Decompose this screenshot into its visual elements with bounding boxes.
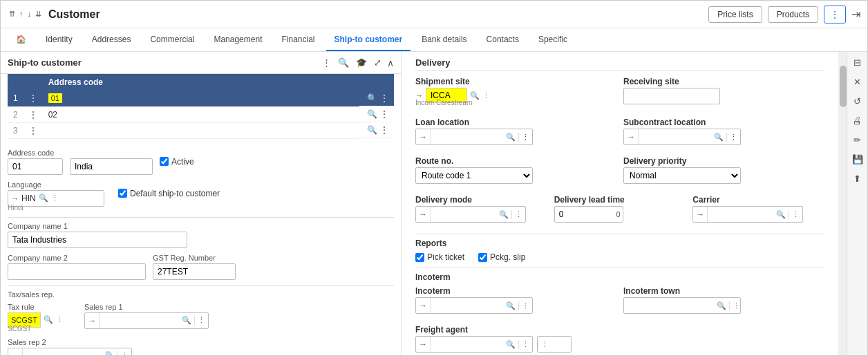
carrier-arrow[interactable]: →: [693, 207, 708, 222]
active-checkbox[interactable]: [160, 157, 169, 166]
tax-search-icon[interactable]: 🔍: [44, 315, 53, 324]
tab-financial[interactable]: Financial: [273, 29, 323, 51]
sales2-search-icon[interactable]: 🔍: [102, 351, 117, 355]
section-search-btn[interactable]: 🔍: [337, 56, 350, 69]
company2-input[interactable]: [8, 263, 146, 280]
sidebar-close-btn[interactable]: ✕: [850, 74, 865, 89]
sales1-arrow[interactable]: →: [85, 313, 100, 328]
mode-input[interactable]: [431, 209, 496, 219]
row-more-icon[interactable]: ⋮: [380, 125, 388, 135]
loan-arrow[interactable]: →: [416, 129, 431, 144]
tab-specific[interactable]: Specific: [530, 29, 576, 51]
scrollbar-area[interactable]: [838, 52, 847, 355]
mode-search-icon[interactable]: 🔍: [496, 210, 511, 219]
row-more-icon[interactable]: ⋮: [380, 93, 388, 103]
route-select[interactable]: Route code 1: [415, 167, 533, 184]
price-lists-button[interactable]: Price lists: [708, 6, 762, 23]
tab-commercial[interactable]: Commercial: [142, 29, 202, 51]
gst-input[interactable]: [153, 263, 236, 280]
tab-bank-details[interactable]: Bank details: [413, 29, 475, 51]
carrier-input[interactable]: [708, 209, 773, 219]
row-search-icon[interactable]: 🔍: [367, 109, 377, 119]
sidebar-upload-btn[interactable]: ⬆: [850, 171, 865, 186]
freight-agent-field[interactable]: → 🔍 ⋮: [415, 336, 533, 353]
sidebar-save-btn[interactable]: 💾: [850, 151, 865, 167]
section-collapse-btn[interactable]: ∧: [387, 57, 394, 68]
incoterm-town-search-icon[interactable]: 🔍: [714, 301, 729, 310]
priority-select[interactable]: Normal: [623, 167, 741, 184]
sub-arrow[interactable]: →: [624, 129, 639, 144]
carrier-field[interactable]: → 🔍 ⋮: [692, 206, 803, 223]
tab-home[interactable]: 🏠: [8, 29, 35, 51]
tab-ship-to-customer[interactable]: Ship-to customer: [326, 29, 411, 51]
sales1-input[interactable]: [100, 316, 179, 326]
incoterm-town-field[interactable]: 🔍 ⋮: [623, 297, 741, 314]
address-code-input[interactable]: [8, 158, 63, 175]
row-more-icon[interactable]: ⋮: [380, 109, 388, 119]
freight-more-icon[interactable]: ⋮: [518, 340, 532, 349]
delivery-mode-field[interactable]: → 🔍 ⋮: [415, 206, 526, 223]
sales2-more-icon[interactable]: ⋮: [117, 351, 131, 355]
sales1-more-icon[interactable]: ⋮: [194, 316, 208, 325]
lang-search-icon[interactable]: 🔍: [39, 194, 48, 203]
products-button[interactable]: Products: [768, 6, 818, 23]
table-row[interactable]: 1 ⋮ 01 🔍 ⋮: [8, 91, 394, 106]
sidebar-print-btn[interactable]: 🖨: [850, 113, 865, 128]
tax-more-icon[interactable]: ⋮: [56, 315, 64, 324]
incoterm-town-more-icon[interactable]: ⋮: [729, 301, 743, 310]
company1-input[interactable]: [8, 232, 187, 248]
pckg-slip-checkbox[interactable]: [478, 253, 487, 262]
sidebar-refresh-btn[interactable]: ↺: [850, 93, 865, 109]
freight-arrow[interactable]: →: [416, 337, 431, 352]
section-more-btn[interactable]: ⋮: [321, 56, 332, 69]
table-row[interactable]: 3 ⋮ 🔍 ⋮: [8, 122, 394, 138]
tab-identity[interactable]: Identity: [37, 29, 81, 51]
incoterm-field[interactable]: → 🔍 ⋮: [415, 297, 533, 314]
sub-search-icon[interactable]: 🔍: [711, 133, 726, 142]
sidebar-edit-btn[interactable]: ✏: [850, 132, 865, 147]
exit-button[interactable]: ⇥: [851, 8, 860, 21]
loan-search-icon[interactable]: 🔍: [503, 133, 518, 142]
sales2-arrow[interactable]: →: [8, 348, 23, 356]
tab-contacts[interactable]: Contacts: [478, 29, 527, 51]
lang-arrow-icon[interactable]: →: [11, 194, 19, 203]
nav-arrows[interactable]: ⇈ ↑ ↓ ⇊: [8, 8, 43, 20]
freight-extra-more[interactable]: ⋮: [538, 340, 551, 349]
nav-prev[interactable]: ↑: [18, 8, 25, 20]
incoterm-search-icon[interactable]: 🔍: [503, 301, 518, 310]
sidebar-record-btn[interactable]: ⊟: [850, 55, 865, 70]
incoterm-arrow[interactable]: →: [416, 298, 431, 313]
freight-search-icon[interactable]: 🔍: [503, 340, 518, 349]
row-search-icon[interactable]: 🔍: [367, 125, 377, 135]
tab-addresses[interactable]: Addresses: [84, 29, 140, 51]
default-checkbox[interactable]: [118, 189, 127, 198]
pick-ticket-checkbox[interactable]: [415, 253, 424, 262]
lead-time-input[interactable]: [554, 206, 623, 223]
incoterm-more-icon[interactable]: ⋮: [518, 301, 532, 310]
row-search-icon[interactable]: 🔍: [367, 93, 377, 103]
carrier-search-icon[interactable]: 🔍: [773, 210, 789, 219]
scrollbar-thumb[interactable]: [840, 66, 847, 107]
sales1-search-icon[interactable]: 🔍: [179, 316, 194, 325]
freight-extra-field[interactable]: ⋮: [537, 336, 572, 353]
sub-input[interactable]: [639, 132, 711, 142]
loan-input[interactable]: [431, 132, 503, 142]
lang-more-icon[interactable]: ⋮: [51, 194, 59, 203]
country-input[interactable]: [70, 158, 153, 175]
section-expand-btn[interactable]: ⤢: [372, 56, 383, 69]
freight-input[interactable]: [431, 339, 503, 349]
loan-location-field[interactable]: → 🔍 ⋮: [415, 129, 533, 145]
more-options-button[interactable]: ⋮: [824, 6, 846, 24]
mode-arrow[interactable]: →: [416, 207, 431, 222]
shipment-more-icon[interactable]: ⋮: [482, 91, 490, 100]
loan-more-icon[interactable]: ⋮: [518, 133, 532, 142]
incoterm-input[interactable]: [431, 301, 503, 310]
sales2-input[interactable]: [23, 351, 102, 356]
nav-next[interactable]: ↓: [26, 8, 33, 20]
tab-management[interactable]: Management: [205, 29, 270, 51]
subcontract-field[interactable]: → 🔍 ⋮: [623, 129, 741, 145]
carrier-more-icon[interactable]: ⋮: [789, 210, 802, 219]
mode-more-icon[interactable]: ⋮: [511, 210, 525, 219]
incoterm-town-input[interactable]: [624, 301, 714, 310]
sales1-field[interactable]: → 🔍 ⋮: [84, 312, 209, 329]
